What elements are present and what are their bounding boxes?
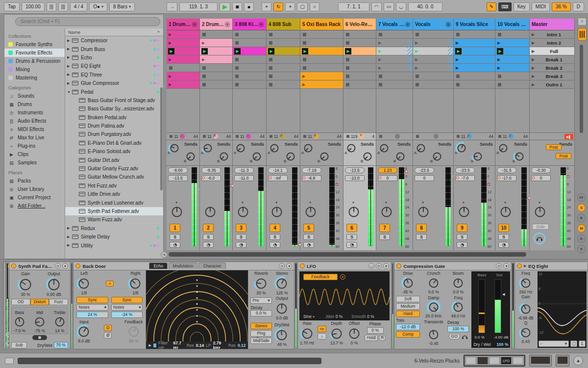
level-meter[interactable]: ◁ [224,167,230,246]
volume-field[interactable]: 0 [378,175,397,181]
clip-play-icon[interactable]: ▶ [378,49,381,53]
stop-all-icon[interactable] [379,135,382,138]
level-meter[interactable]: ◁ [445,167,451,246]
clip-playing[interactable]: ▶ [495,47,529,55]
clip-playing[interactable]: ▶ [267,47,300,55]
scene-slot[interactable]: ▶Break 3 [530,72,574,80]
volume-field[interactable]: -6.0 [201,175,221,181]
clip-play-icon[interactable]: ▶ [302,82,305,87]
volume-field[interactable]: -inf [268,175,288,181]
stop-all-clips-button[interactable]: ▶▌ [564,134,573,139]
track-activator[interactable]: 10 [498,224,509,232]
peak-level-field[interactable]: -31.5 [497,167,516,173]
clip[interactable]: ▶ [495,64,529,72]
level-meter[interactable]: ◁ [521,167,527,246]
clip-slot-empty[interactable] [300,39,343,47]
go-button[interactable]: GO [449,333,460,340]
hot-swap-icon[interactable]: ⟳ [376,263,382,269]
gate-shape-soft[interactable]: Soft [396,296,419,302]
track-header[interactable]: 5 Oxi Bass Rack [300,19,343,30]
clip-playing[interactable]: ▶ [167,47,199,55]
overview-button[interactable]: ≡ [578,18,587,26]
play-button[interactable]: ▶ [220,2,230,11]
echo-tunnel-display[interactable]: ▶ Filter HP67.7 Hz Res0.14 LP2.79 kHz Re… [146,270,248,349]
clip-play-button[interactable]: ▶ [268,48,274,54]
unmap-icon[interactable]: ✕ [340,274,345,280]
session-horizontal-scrollbar[interactable] [169,252,526,257]
clip-playing[interactable]: ▶ [343,47,376,55]
volume-field[interactable]: -11.0 [234,175,254,181]
device-fold-icon[interactable]: ▶ [524,264,526,268]
disclosure-icon[interactable]: ▶ [67,47,72,51]
clip-slot-empty[interactable] [200,64,232,72]
pan-knob[interactable] [533,205,547,219]
browser-row[interactable]: Little Drive.adv [65,190,163,198]
browser-row[interactable]: ▶EQ Eight [65,62,163,70]
browser-row[interactable]: Drum Patina.adv [65,122,163,130]
disclosure-icon[interactable]: ▼ [67,90,72,94]
echo-input-knob[interactable] [76,324,91,339]
echo-output-knob[interactable] [274,301,289,316]
wave-type-selector[interactable]: Sine ▾ [303,314,315,319]
clip-slot-empty[interactable] [267,39,300,47]
clip-slot-empty[interactable] [343,80,376,89]
sidebar-item-favourite-synths[interactable]: Favourite Synths [4,40,65,49]
browser-row[interactable]: Drum Purgatory.adv [65,130,163,138]
solo-button[interactable]: S [379,234,390,240]
track-header[interactable]: 10 Vocals Slice [495,19,529,30]
clip-slot-empty[interactable] [267,55,300,64]
clip[interactable]: ▶ [454,55,495,64]
gate-freq-knob[interactable] [451,300,465,314]
clip-play-icon[interactable]: ▶ [415,41,418,45]
nudge-down-button[interactable]: ||| [47,2,56,11]
punch-in-button[interactable]: ◠ [371,2,382,11]
track-header[interactable]: Vocals☰ [413,19,453,30]
sidebar-item-clips[interactable]: ▶Clips [4,150,65,158]
headphone-icon[interactable] [462,334,468,339]
crunch-knob[interactable] [427,276,441,290]
clip-slot-empty[interactable] [233,80,266,89]
device-on-toggle[interactable] [517,263,522,268]
smooth-field[interactable]: 0 % [367,314,374,319]
disclosure-icon[interactable]: ▶ [67,235,72,239]
pan-knob[interactable] [346,205,361,219]
peak-level-field[interactable]: -23.5 [415,167,434,173]
device-thumb[interactable] [489,357,500,365]
clip-chooser-icon[interactable]: ▾ [224,22,230,27]
search-input[interactable]: Search (Cmd + F) [15,17,160,26]
clip-play-icon[interactable]: ▶ [456,41,459,45]
loop-start-field[interactable]: 7. 1. 1 [338,2,369,11]
browser-row[interactable]: ▼Pedal [65,87,163,96]
device-thumb[interactable] [513,357,523,365]
clip-play-icon[interactable]: ▶ [378,57,381,62]
browser-row[interactable]: E-Piano Dirt & Gnarl.adv [65,139,163,147]
device-eq8-header[interactable]: ▶ EQ Eight [515,262,588,270]
track-activator[interactable]: 8 [416,224,427,232]
device-pedal[interactable]: Synth Pad Fatte... ⟳ ▼ Gain 30 % Output … [9,262,71,349]
mid-freq-toggle[interactable] [32,335,47,340]
sync-left-button[interactable]: Sync [76,297,108,303]
browser-row[interactable]: ▶Compressor [65,36,163,45]
track-activator[interactable]: 1 [170,224,180,232]
sidebar-item-mixing[interactable]: Mixing [4,65,65,74]
volume-field[interactable]: -7.0 [455,175,475,181]
pan-knob[interactable] [303,205,318,219]
device-thumb[interactable] [557,356,568,364]
monitor-button[interactable] [457,242,467,248]
browser-scrollbar[interactable] [160,87,163,190]
disclosure-icon[interactable]: ▶ [67,226,72,230]
clip-slot-empty[interactable] [233,55,266,64]
stop-all-icon[interactable] [203,135,206,138]
disclosure-icon[interactable]: ▶ [67,64,72,68]
mixer-section-toggle-x[interactable]: X [577,245,586,253]
stop-all-icon[interactable] [236,135,239,138]
disk-overload-indicator[interactable]: D [573,2,584,11]
trim-field[interactable]: -12.0 dB [396,324,419,330]
sidebar-item-instruments[interactable]: ◷Instruments [4,108,65,117]
clip-playing[interactable]: ▶ [200,47,232,55]
clip-slot-empty[interactable] [343,39,376,47]
group-clip-playing[interactable]: ▶ [376,47,413,55]
drive-knob[interactable] [401,276,415,290]
mixer-section-toggle-d[interactable]: D [577,235,586,243]
browser-row[interactable]: ▶Glue Compressor [65,79,163,87]
